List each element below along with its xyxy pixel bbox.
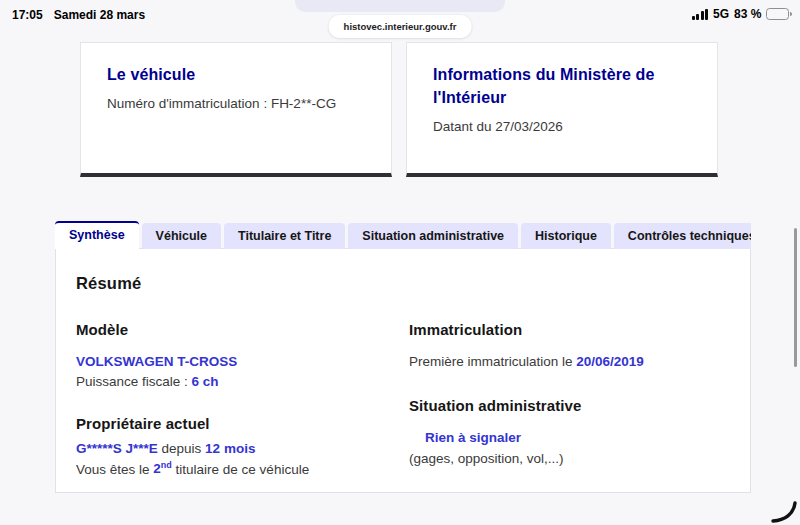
network-type: 5G <box>713 7 729 21</box>
status-bar: 17:05 Samedi 28 mars histovec.interieur.… <box>0 0 800 30</box>
info-cards: Le véhicule Numéro d'immatriculation : F… <box>80 42 718 177</box>
tab-situation-administrative[interactable]: Situation administrative <box>348 223 518 249</box>
vehicle-card-body: Numéro d'immatriculation : FH-2**-CG <box>107 96 365 111</box>
pen-stroke-mark <box>758 496 800 525</box>
tab-vehicule[interactable]: Véhicule <box>142 223 221 249</box>
tab-synthese[interactable]: Synthèse <box>55 221 139 249</box>
vehicle-card: Le véhicule Numéro d'immatriculation : F… <box>80 42 392 177</box>
admin-status-value: Rien à signaler <box>409 428 730 448</box>
admin-status-note: (gages, opposition, vol,...) <box>409 449 730 469</box>
battery-percent: 83 % <box>734 7 761 21</box>
owner-name: G*****S J***E <box>76 441 158 456</box>
cellular-signal-icon <box>692 9 709 20</box>
owner-line: G*****S J***E depuis 12 mois <box>76 439 409 459</box>
status-time: 17:05 <box>12 8 43 22</box>
ministry-card: Informations du Ministère de l'Intérieur… <box>406 42 718 177</box>
model-section: Modèle VOLKSWAGEN T-CROSS Puissance fisc… <box>76 321 409 393</box>
vehicle-model: VOLKSWAGEN T-CROSS <box>76 352 409 372</box>
tabs-section: Synthèse Véhicule Titulaire et Titre Sit… <box>55 221 751 493</box>
admin-status-heading: Situation administrative <box>409 397 730 414</box>
admin-status-section: Situation administrative Rien à signaler… <box>409 397 730 469</box>
battery-icon <box>766 8 792 20</box>
owner-since: 12 mois <box>205 441 255 456</box>
owner-section: Propriétaire actuel G*****S J***E depuis… <box>76 415 409 480</box>
fiscal-power-value: 6 ch <box>192 374 219 389</box>
safari-tab-remnant <box>295 0 505 12</box>
status-date: Samedi 28 mars <box>54 8 145 22</box>
tab-controles-techniques[interactable]: Contrôles techniques <box>614 223 751 249</box>
tab-bar: Synthèse Véhicule Titulaire et Titre Sit… <box>55 221 751 249</box>
tab-titulaire-et-titre[interactable]: Titulaire et Titre <box>224 223 345 249</box>
tab-historique[interactable]: Historique <box>521 223 611 249</box>
first-registration-line: Première immatriculation le 20/06/2019 <box>409 352 730 372</box>
holder-line: Vous êtes le 2nd titulaire de ce véhicul… <box>76 459 409 480</box>
fiscal-power-line: Puissance fiscale : 6 ch <box>76 372 409 392</box>
ministry-card-body: Datant du 27/03/2026 <box>433 119 691 134</box>
owner-heading: Propriétaire actuel <box>76 415 409 432</box>
registration-heading: Immatriculation <box>409 321 730 338</box>
panel-title: Résumé <box>76 274 730 293</box>
holder-ordinal: 2nd <box>153 461 172 476</box>
vehicle-card-title: Le véhicule <box>107 63 365 86</box>
scrollbar-thumb[interactable] <box>794 228 797 367</box>
model-heading: Modèle <box>76 321 409 338</box>
ipad-screen: 17:05 Samedi 28 mars histovec.interieur.… <box>0 0 800 525</box>
address-bar[interactable]: histovec.interieur.gouv.fr <box>329 15 472 38</box>
synthese-panel: Résumé Modèle VOLKSWAGEN T-CROSS Puissan… <box>55 248 751 493</box>
first-registration-date: 20/06/2019 <box>576 354 644 369</box>
registration-section: Immatriculation Première immatriculation… <box>409 321 730 372</box>
ministry-card-title: Informations du Ministère de l'Intérieur <box>433 63 691 109</box>
